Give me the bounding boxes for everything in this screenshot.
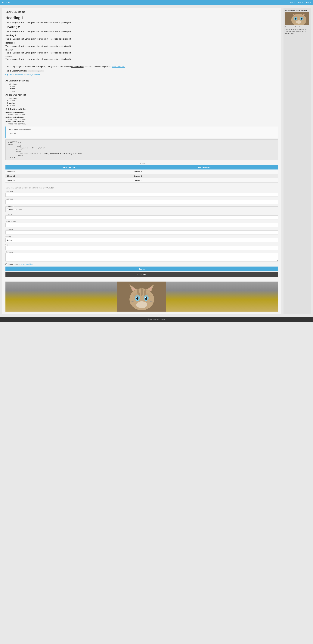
first-name-input[interactable]: [6, 193, 278, 197]
cat-illustration-aside: [285, 12, 309, 25]
signup-button[interactable]: Sign up: [6, 266, 278, 272]
heading-5: Heading 5: [6, 49, 278, 51]
reset-button[interactable]: Reset form: [6, 272, 278, 277]
dl-heading: A definition <dl> list: [6, 108, 278, 110]
phone-input[interactable]: [6, 223, 278, 227]
nav-items: ITEM 1 ITEM 2 ITEM 3: [289, 2, 311, 4]
ol-heading: An ordered <ol> list: [6, 94, 278, 96]
heading-6: Heading 6: [6, 56, 278, 57]
email-group: Email (*): [6, 213, 278, 220]
gender-female-radio[interactable]: [14, 208, 16, 210]
aside-title: Responsive aside element: [285, 9, 309, 11]
terms-checkbox[interactable]: [6, 264, 7, 265]
country-select[interactable]: China USA UK France Germany: [6, 238, 278, 242]
list-item: List item: [9, 102, 278, 104]
last-name-group: Last name: [6, 198, 278, 204]
country-label: Country: [6, 236, 278, 238]
terms-link[interactable]: terms and conditions: [18, 263, 33, 265]
table-row: Element 1 Element 2: [6, 174, 278, 178]
table-wrapper: Caption Table heading Another heading El…: [6, 162, 278, 182]
last-name-label: Last name: [6, 198, 278, 200]
footer: © 2023 Copyright notice: [0, 317, 313, 322]
first-name-group: First name: [6, 190, 278, 197]
list-item: List item: [9, 90, 278, 92]
nav-item-3[interactable]: ITEM 3: [305, 2, 311, 4]
form-note: This is not a real form and does not sub…: [6, 187, 278, 189]
country-group: Country China USA UK France Germany: [6, 236, 278, 242]
heading-1: Heading 1: [6, 16, 278, 20]
svg-point-19: [136, 301, 147, 308]
clickable-link[interactable]: click<a>ble link.: [112, 66, 125, 68]
gender-fieldset: Gender Male Female: [6, 206, 278, 212]
last-name-input[interactable]: [6, 200, 278, 204]
aside-description: This section will be after the main cont…: [285, 26, 309, 35]
dd-1: And its <dd> definition.: [8, 114, 278, 116]
brand-logo: LAZYCSS: [2, 2, 11, 4]
footer-text: © 2023 Copyright notice: [148, 318, 165, 320]
summary-element[interactable]: This is a clickable <summary> element.: [6, 74, 278, 76]
data-table: Table heading Another heading Element 1 …: [6, 165, 278, 182]
password-label: Password: [6, 228, 278, 230]
table-row: Element 1 Element 2: [6, 178, 278, 182]
table-cell: Element 2: [132, 170, 278, 174]
gender-radio-group: Male Female: [7, 208, 276, 211]
paragraph-after-h3: This is paragraph text. Lorem ipsum dolo…: [6, 38, 278, 40]
list-item: <li>st item: [9, 83, 278, 85]
unordered-list: <li>st item List item List item List ite…: [9, 83, 278, 92]
phone-group: Phone number: [6, 221, 278, 227]
gender-female-label: Female: [14, 208, 23, 211]
nav-item-1[interactable]: ITEM 1: [289, 2, 295, 4]
heading-4: Heading 4: [6, 42, 278, 44]
first-name-label: First name: [6, 190, 278, 192]
table-caption: Caption: [6, 162, 278, 164]
paragraph-after-h5: This is paragraph text. Lorem ipsum dolo…: [6, 52, 278, 54]
paragraph-after-h1: This is paragraph text. Lorem ipsum dolo…: [6, 21, 278, 24]
terms-checkbox-row: I agree to the terms and conditions: [6, 263, 278, 265]
gender-male-label: Male: [7, 208, 13, 211]
table-cell: Element 1: [6, 170, 132, 174]
svg-point-36: [300, 16, 304, 18]
paragraph-after-h2: This is paragraph text. Lorem ipsum dolo…: [6, 30, 278, 33]
rich-paragraph: This is a <p>aragraph element with stron…: [6, 65, 278, 68]
list-item: List item: [9, 86, 278, 88]
definition-list: Defining <dt> element And its <dd> defin…: [6, 112, 278, 125]
svg-point-21: [144, 293, 151, 297]
email-label: Email (*): [6, 213, 278, 215]
password-input[interactable]: [6, 230, 278, 234]
gender-male-radio[interactable]: [7, 208, 9, 210]
table-header-1: Table heading: [6, 165, 132, 170]
dd-3: And its <dd> definition.: [8, 123, 278, 125]
main-content: LazyCSS Demo Heading 1 This is paragraph…: [2, 8, 281, 314]
svg-point-35: [294, 16, 297, 18]
nav-item-2[interactable]: ITEM 2: [297, 2, 303, 4]
blockquote-cite: -LazyCSS: [8, 132, 276, 135]
list-item: <li>st item: [9, 97, 278, 99]
code-block: <!DOCTYPE html> <html> <head> <title>Hel…: [6, 140, 278, 160]
aside-panel: Responsive aside element Thi: [283, 8, 311, 314]
heading-2: Heading 2: [6, 26, 278, 29]
ordered-list: <li>st item List item List item List ite…: [9, 97, 278, 106]
table-header-2: Another heading: [132, 165, 278, 170]
city-group: City: [6, 244, 278, 250]
table-cell: Element 1: [6, 178, 132, 182]
svg-point-10: [145, 297, 146, 298]
list-item: List item: [9, 104, 278, 106]
table-header-row: Table heading Another heading: [6, 165, 278, 170]
navbar: LAZYCSS ITEM 1 ITEM 2 ITEM 3: [0, 0, 313, 5]
email-input[interactable]: [6, 216, 278, 220]
svg-point-34: [296, 20, 301, 24]
svg-point-27: [301, 18, 302, 20]
phone-label: Phone number: [6, 221, 278, 223]
dt-1: Defining <dt> element: [6, 112, 278, 114]
table-cell: Element 2: [132, 174, 278, 178]
summary-details[interactable]: This is a clickable <summary> element.: [6, 74, 278, 76]
paragraph-after-h6: This is paragraph text. Lorem ipsum dolo…: [6, 58, 278, 61]
dt-2: Defining <dt> element: [6, 116, 278, 118]
city-input[interactable]: [6, 246, 278, 250]
city-label: City: [6, 244, 278, 246]
svg-point-3: [141, 288, 143, 296]
password-group: Password: [6, 228, 278, 234]
list-item: List item: [9, 88, 278, 90]
comments-textarea[interactable]: [6, 253, 278, 262]
paragraph-after-h4: This is paragraph text. Lorem ipsum dolo…: [6, 45, 278, 48]
